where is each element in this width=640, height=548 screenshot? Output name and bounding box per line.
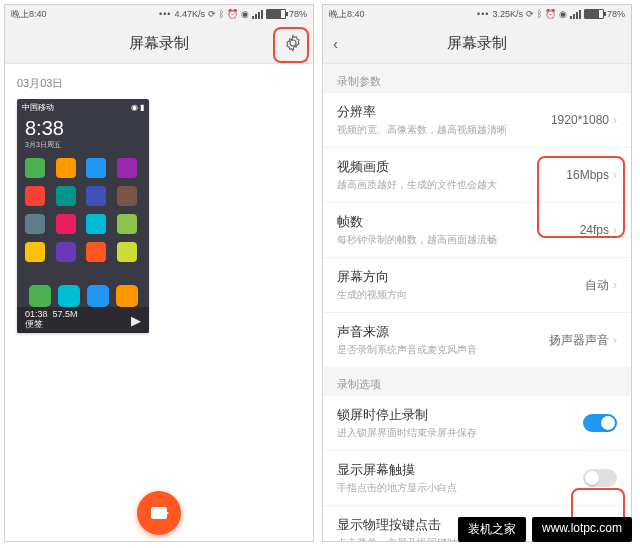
app-icon bbox=[117, 186, 137, 206]
app-icon bbox=[56, 186, 76, 206]
row-value: 24fps bbox=[580, 223, 609, 237]
row-desc: 每秒钟录制的帧数，越高画面越流畅 bbox=[337, 233, 497, 247]
dock-app-icon bbox=[87, 285, 109, 307]
thumb-status: 中国移动◉ ▮ bbox=[17, 99, 149, 115]
thumb-clock: 8:38 bbox=[17, 115, 149, 140]
status-bar: 晚上8:40 ••• 3.25K/s ⟳ ᛒ ⏰ ◉ 78% bbox=[323, 5, 631, 23]
row-desc: 越高画质越好，生成的文件也会越大 bbox=[337, 178, 497, 192]
chevron-right-icon: › bbox=[613, 223, 617, 237]
app-icon bbox=[25, 242, 45, 262]
battery-percent: 78% bbox=[607, 9, 625, 19]
row-orientation[interactable]: 屏幕方向 生成的视频方向 自动› bbox=[323, 257, 631, 312]
row-label: 锁屏时停止录制 bbox=[337, 406, 477, 424]
alarm-icon: ⏰ bbox=[545, 9, 556, 19]
app-icon bbox=[117, 242, 137, 262]
signal-icon bbox=[252, 10, 263, 19]
section-options: 录制选项 bbox=[323, 367, 631, 396]
app-icon bbox=[86, 158, 106, 178]
net-speed: 4.47K/s bbox=[174, 9, 205, 19]
record-fab[interactable] bbox=[137, 491, 181, 535]
thumb-dock bbox=[17, 285, 149, 307]
video-info-bar: 01:38 57.5M 便签 ▶ bbox=[17, 307, 149, 333]
app-icon bbox=[56, 214, 76, 234]
row-desc: 进入锁屏界面时结束录屏并保存 bbox=[337, 426, 477, 440]
row-desc: 生成的视频方向 bbox=[337, 288, 407, 302]
header: 屏幕录制 bbox=[5, 23, 313, 64]
status-time: 晚上8:40 bbox=[11, 8, 47, 21]
video-duration: 01:38 bbox=[25, 309, 48, 319]
chevron-right-icon: › bbox=[613, 333, 617, 347]
page-title: 屏幕录制 bbox=[447, 34, 507, 53]
header: ‹ 屏幕录制 bbox=[323, 23, 631, 64]
row-label: 视频画质 bbox=[337, 158, 497, 176]
play-icon[interactable]: ▶ bbox=[131, 313, 141, 328]
chevron-right-icon: › bbox=[613, 278, 617, 292]
row-label: 帧数 bbox=[337, 213, 497, 231]
bluetooth-icon: ᛒ bbox=[219, 9, 224, 19]
wifi-icon: ◉ bbox=[241, 9, 249, 19]
row-label: 分辨率 bbox=[337, 103, 507, 121]
page-title: 屏幕录制 bbox=[129, 34, 189, 53]
recordings-list: 03月03日 中国移动◉ ▮ 8:38 3月3日周五 01:38 57.5M 便… bbox=[5, 64, 313, 541]
recording-thumbnail[interactable]: 中国移动◉ ▮ 8:38 3月3日周五 01:38 57.5M 便签 ▶ bbox=[17, 99, 149, 333]
video-size: 57.5M bbox=[53, 309, 78, 319]
sync-icon: ⟳ bbox=[526, 9, 534, 19]
toggle-lock-stop[interactable] bbox=[583, 414, 617, 432]
row-desc: 视频的宽、高像素数，越高视频越清晰 bbox=[337, 123, 507, 137]
status-bar: 晚上8:40 ••• 4.47K/s ⟳ ᛒ ⏰ ◉ 78% bbox=[5, 5, 313, 23]
chevron-right-icon: › bbox=[613, 113, 617, 127]
row-quality[interactable]: 视频画质 越高画质越好，生成的文件也会越大 16Mbps› bbox=[323, 147, 631, 202]
net-speed: 3.25K/s bbox=[492, 9, 523, 19]
thumb-date: 3月3日周五 bbox=[17, 140, 149, 154]
back-button[interactable]: ‹ bbox=[333, 35, 338, 52]
app-icon bbox=[25, 186, 45, 206]
video-tag: 便签 bbox=[25, 320, 78, 330]
dock-app-icon bbox=[29, 285, 51, 307]
row-desc: 是否录制系统声音或麦克风声音 bbox=[337, 343, 477, 357]
toggle-show-touch[interactable] bbox=[583, 469, 617, 487]
app-icon bbox=[117, 158, 137, 178]
row-value: 扬声器声音 bbox=[549, 332, 609, 349]
app-icon bbox=[117, 214, 137, 234]
row-audio[interactable]: 声音来源 是否录制系统声音或麦克风声音 扬声器声音› bbox=[323, 312, 631, 367]
status-time: 晚上8:40 bbox=[329, 8, 365, 21]
app-icon bbox=[25, 214, 45, 234]
row-value: 自动 bbox=[585, 277, 609, 294]
battery-icon bbox=[584, 9, 604, 19]
sync-icon: ⟳ bbox=[208, 9, 216, 19]
row-lock-stop[interactable]: 锁屏时停止录制 进入锁屏界面时结束录屏并保存 bbox=[323, 396, 631, 450]
app-icon bbox=[56, 158, 76, 178]
app-icon bbox=[86, 186, 106, 206]
watermark-brand: 装机之家 bbox=[458, 517, 526, 542]
row-show-touch[interactable]: 显示屏幕触摸 手指点击的地方显示小白点 bbox=[323, 450, 631, 505]
more-dots: ••• bbox=[477, 9, 489, 19]
more-dots: ••• bbox=[159, 9, 171, 19]
row-label: 屏幕方向 bbox=[337, 268, 407, 286]
bluetooth-icon: ᛒ bbox=[537, 9, 542, 19]
date-header: 03月03日 bbox=[17, 76, 301, 91]
dock-app-icon bbox=[116, 285, 138, 307]
app-icon bbox=[25, 158, 45, 178]
alarm-icon: ⏰ bbox=[227, 9, 238, 19]
dock-app-icon bbox=[58, 285, 80, 307]
settings-body: 录制参数 分辨率 视频的宽、高像素数，越高视频越清晰 1920*1080› 视频… bbox=[323, 64, 631, 541]
gear-icon bbox=[284, 34, 302, 52]
settings-button[interactable] bbox=[281, 31, 305, 55]
section-params: 录制参数 bbox=[323, 64, 631, 93]
wifi-icon: ◉ bbox=[559, 9, 567, 19]
signal-icon bbox=[570, 10, 581, 19]
watermark-url: www.lotpc.com bbox=[532, 517, 632, 542]
chevron-right-icon: › bbox=[613, 168, 617, 182]
app-icon bbox=[86, 214, 106, 234]
thumb-apps bbox=[17, 154, 149, 266]
battery-icon bbox=[266, 9, 286, 19]
app-icon bbox=[56, 242, 76, 262]
row-fps[interactable]: 帧数 每秒钟录制的帧数，越高画面越流畅 24fps› bbox=[323, 202, 631, 257]
phone-left: 晚上8:40 ••• 4.47K/s ⟳ ᛒ ⏰ ◉ 78% 屏幕录制 03月0… bbox=[4, 4, 314, 542]
battery-percent: 78% bbox=[289, 9, 307, 19]
phone-right: 晚上8:40 ••• 3.25K/s ⟳ ᛒ ⏰ ◉ 78% ‹ 屏幕录制 录制… bbox=[322, 4, 632, 542]
app-icon bbox=[86, 242, 106, 262]
row-label: 显示屏幕触摸 bbox=[337, 461, 457, 479]
row-resolution[interactable]: 分辨率 视频的宽、高像素数，越高视频越清晰 1920*1080› bbox=[323, 93, 631, 147]
row-label: 声音来源 bbox=[337, 323, 477, 341]
